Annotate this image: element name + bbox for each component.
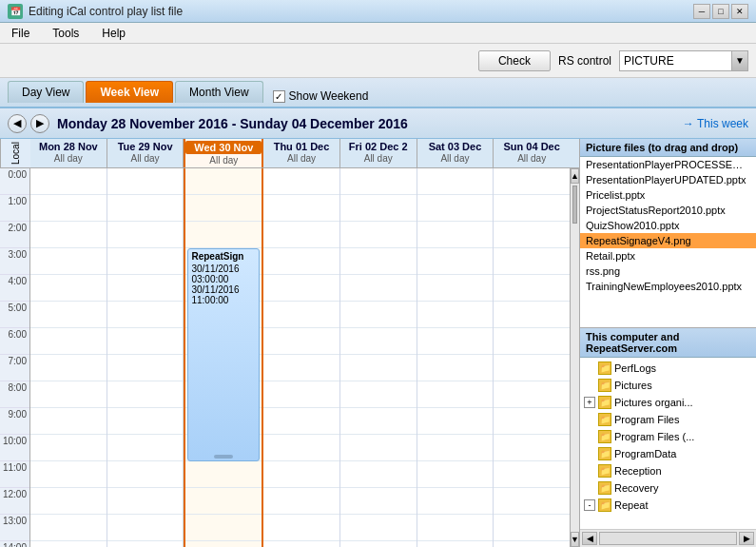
- tree-label-7: Recovery: [614, 482, 658, 494]
- tree-scroll-right[interactable]: ▶: [739, 532, 754, 545]
- day-col-5[interactable]: [417, 168, 494, 547]
- tree-panel: This computer and RepeatServer.com 📁 Per…: [580, 328, 756, 547]
- check-button[interactable]: Check: [478, 50, 551, 71]
- scroll-down-button[interactable]: ▼: [571, 532, 579, 547]
- calendar-event[interactable]: RepeatSign 30/11/201603:00:0030/11/20161…: [187, 248, 260, 461]
- day-header-0: Mon 28 Nov All day: [30, 139, 107, 167]
- day-col-3[interactable]: [263, 168, 340, 547]
- folder-icon-8: 📁: [598, 498, 611, 512]
- day-col-6[interactable]: [494, 168, 570, 547]
- tree-item-7[interactable]: 📁 Recovery: [580, 479, 756, 497]
- day-header-2: Wed 30 Nov All day: [184, 139, 263, 167]
- file-item-0[interactable]: PresentationPlayerPROCESSED....: [580, 157, 756, 172]
- day-columns: RepeatSign 30/11/201603:00:0030/11/20161…: [30, 168, 570, 547]
- show-weekend-checkbox[interactable]: ✓: [273, 90, 285, 103]
- tree-item-0[interactable]: 📁 PerfLogs: [580, 360, 756, 377]
- calendar-scrollbar[interactable]: ▲ ▼: [570, 168, 579, 547]
- event-title: RepeatSign: [191, 251, 256, 262]
- rs-control-label: RS control: [558, 54, 611, 68]
- time-13: 13:00: [0, 515, 29, 541]
- day-header-1: Tue 29 Nov All day: [107, 139, 184, 167]
- tree-expand-2[interactable]: +: [584, 397, 595, 408]
- file-item-1[interactable]: PresentationPlayerUPDATED.pptx: [580, 172, 756, 187]
- title-bar-text: Editing iCal control play list file: [29, 5, 183, 18]
- day-name-2: Wed 30 Nov: [185, 141, 262, 154]
- folder-icon-7: 📁: [598, 481, 611, 495]
- menu-tools[interactable]: Tools: [48, 26, 83, 41]
- scroll-track[interactable]: [571, 184, 579, 532]
- day-col-4[interactable]: [340, 168, 417, 547]
- calendar-header: Local Mon 28 Nov All day Tue 29 Nov All …: [0, 139, 579, 168]
- file-item-6[interactable]: Retail.pptx: [580, 248, 756, 264]
- tree-label-5: ProgramData: [614, 448, 676, 459]
- file-item-4[interactable]: QuizShow2010.pptx: [580, 218, 756, 233]
- day-col-1[interactable]: [107, 168, 184, 547]
- file-list[interactable]: PresentationPlayerPROCESSED.... Presenta…: [580, 157, 756, 328]
- tree-panel-header: This computer and RepeatServer.com: [580, 328, 756, 358]
- file-item-5[interactable]: RepeatSignageV4.png: [580, 233, 756, 248]
- allday-3: All day: [263, 153, 339, 164]
- right-panel: Picture files (to drag and drop) Present…: [580, 139, 756, 547]
- tree-item-2[interactable]: + 📁 Pictures organi...: [580, 394, 756, 411]
- nav-prev-button[interactable]: ◀: [8, 114, 27, 133]
- tree-item-8[interactable]: - 📁 Repeat: [580, 497, 756, 514]
- nav-next-button[interactable]: ▶: [30, 114, 49, 133]
- day-name-5: Sat 03 Dec: [417, 141, 494, 152]
- tree-label-0: PerfLogs: [614, 362, 656, 374]
- folder-icon-6: 📁: [598, 464, 611, 478]
- title-bar: 📅 Editing iCal control play list file ─ …: [0, 0, 756, 23]
- tree-item-3[interactable]: 📁 Program Files: [580, 411, 756, 428]
- tree-horizontal-scroll[interactable]: ◀ ▶: [580, 529, 756, 547]
- main-area: Local Mon 28 Nov All day Tue 29 Nov All …: [0, 139, 756, 547]
- tab-day-view[interactable]: Day View: [8, 81, 84, 103]
- scroll-up-button[interactable]: ▲: [571, 168, 579, 184]
- tree-label-6: Reception: [614, 465, 662, 477]
- day-header-3: Thu 01 Dec All day: [263, 139, 340, 167]
- scroll-thumb[interactable]: [572, 186, 577, 224]
- day-name-4: Fri 02 Dec 2: [340, 141, 417, 152]
- tab-month-view[interactable]: Month View: [175, 81, 262, 103]
- allday-0: All day: [30, 153, 107, 164]
- folder-icon-0: 📁: [598, 361, 611, 375]
- local-label: Local: [0, 139, 30, 167]
- day-name-3: Thu 01 Dec: [263, 141, 339, 152]
- file-item-8[interactable]: TrainingNewEmployees2010.pptx: [580, 279, 756, 294]
- event-resize-handle[interactable]: [214, 455, 233, 459]
- file-item-3[interactable]: ProjectStatusReport2010.pptx: [580, 203, 756, 218]
- time-column: 0:00 1:00 2:00 3:00 4:00 5:00 6:00 7:00 …: [0, 168, 30, 547]
- tree-item-5[interactable]: 📁 ProgramData: [580, 445, 756, 462]
- allday-6: All day: [494, 153, 570, 164]
- file-item-2[interactable]: Pricelist.pptx: [580, 187, 756, 203]
- tree-item-6[interactable]: 📁 Reception: [580, 462, 756, 479]
- show-weekend-option[interactable]: ✓ Show Weekend: [273, 89, 369, 103]
- this-week-link[interactable]: → This week: [683, 117, 748, 130]
- file-item-7[interactable]: rss.png: [580, 264, 756, 279]
- day-name-0: Mon 28 Nov: [30, 141, 107, 152]
- tree-body[interactable]: 📁 PerfLogs 📁 Pictures + 📁 Pictures organ…: [580, 358, 756, 529]
- time-12: 12:00: [0, 488, 29, 515]
- day-col-2[interactable]: RepeatSign 30/11/201603:00:0030/11/20161…: [184, 168, 263, 547]
- rs-dropdown-arrow[interactable]: ▼: [731, 50, 748, 71]
- day-header-4: Fri 02 Dec 2 All day: [340, 139, 417, 167]
- rs-control-input[interactable]: [619, 50, 733, 71]
- hour-cell[interactable]: [30, 168, 107, 195]
- tree-scroll-left[interactable]: ◀: [582, 532, 597, 545]
- day-col-0[interactable]: [30, 168, 107, 547]
- close-button[interactable]: ✕: [731, 4, 748, 19]
- tree-expand-8[interactable]: -: [584, 499, 595, 511]
- time-10: 10:00: [0, 435, 29, 461]
- tree-item-1[interactable]: 📁 Pictures: [580, 377, 756, 394]
- tree-label-4: Program Files (...: [614, 431, 694, 442]
- minimize-button[interactable]: ─: [693, 4, 710, 19]
- time-1: 1:00: [0, 195, 29, 222]
- tree-label-8: Repeat: [614, 499, 648, 511]
- tree-label-3: Program Files: [614, 414, 679, 425]
- menu-help[interactable]: Help: [98, 26, 129, 41]
- tab-week-view[interactable]: Week View: [86, 81, 173, 103]
- picture-files-header: Picture files (to drag and drop): [580, 139, 756, 157]
- menu-file[interactable]: File: [8, 26, 33, 41]
- maximize-button[interactable]: □: [712, 4, 729, 19]
- show-weekend-label: Show Weekend: [289, 89, 369, 103]
- tree-scroll-track[interactable]: [599, 532, 737, 545]
- tree-item-4[interactable]: 📁 Program Files (...: [580, 428, 756, 445]
